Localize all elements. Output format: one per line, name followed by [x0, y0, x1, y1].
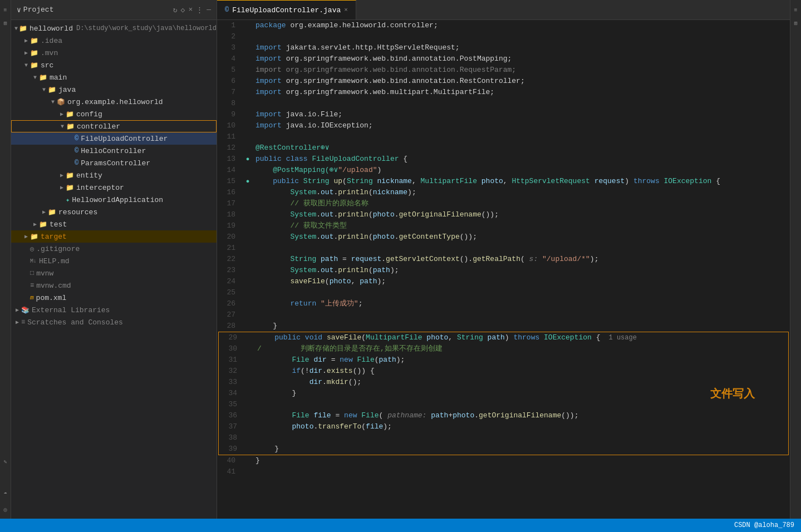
code-line-6: 6 import org.springframework.web.bind.an… — [217, 76, 790, 87]
left-icon-cloud[interactable]: ☁ — [1, 487, 10, 496]
highlighted-code-block: 文件写入 29 public void saveFile(MultipartFi… — [218, 332, 789, 455]
line-content-36: File file = new File( pathname: path+pho… — [255, 410, 788, 421]
tree-item-resources[interactable]: ▶ 📁 resources — [11, 206, 217, 218]
line-number-13: 13 — [217, 154, 242, 165]
code-line-8: 8 — [217, 98, 790, 109]
line-number-25: 25 — [217, 287, 242, 298]
line-number-29: 29 — [219, 332, 244, 343]
tree-item-config[interactable]: ▶ 📁 config — [11, 108, 217, 120]
tree-item-scratches[interactable]: ▶ ≡ Scratches and Consoles — [11, 316, 217, 328]
line-number-40: 40 — [217, 455, 242, 466]
line-content-20: System.out.println(photo.getContentType(… — [253, 231, 790, 243]
tree-item-interceptor[interactable]: ▶ 📁 interceptor — [11, 181, 217, 194]
tree-item-src[interactable]: ▼ 📁 src — [11, 59, 217, 71]
tab-close-button[interactable]: × — [344, 7, 348, 13]
code-line-22: 22 String path = request.getServletConte… — [217, 254, 790, 265]
code-line-15: 15 ● public String up(String nickname, M… — [217, 176, 790, 187]
code-line-38: 38 — [219, 432, 788, 444]
right-icon-2[interactable]: ⊞ — [792, 19, 800, 28]
project-expand-arrow[interactable]: ∨ — [17, 6, 21, 14]
tree-item-helloworld-app[interactable]: ▶ ✦ HelloworldApplication — [11, 194, 217, 206]
line-number-9: 9 — [217, 109, 242, 120]
file-tab-active[interactable]: © FileUploadController.java × — [217, 0, 356, 19]
tree-item-controller[interactable]: ▼ 📁 controller — [11, 120, 217, 132]
line-number-36: 36 — [219, 410, 244, 421]
line-number-11: 11 — [217, 131, 242, 142]
code-line-13: 13 ● public class FileUploadController { — [217, 154, 790, 165]
code-line-4: 4 import org.springframework.web.bind.an… — [217, 53, 790, 65]
line-content-29: public void saveFile(MultipartFile photo… — [255, 332, 788, 343]
line-number-32: 32 — [219, 366, 244, 377]
line-number-30: 30 — [219, 343, 244, 354]
line-content-34: } — [255, 388, 788, 399]
code-line-27: 27 — [217, 309, 790, 321]
code-line-31: 31 File dir = new File(path); — [219, 354, 788, 366]
code-line-1: 1 package org.example.helloworld.control… — [217, 20, 790, 31]
tree-item-params-controller[interactable]: ▶ © ParamsController — [11, 157, 217, 169]
line-content-16: System.out.println(nickname); — [253, 187, 790, 198]
project-close-icon[interactable]: × — [188, 6, 193, 14]
tree-item-help-md[interactable]: ▶ M↓ HELP.md — [11, 255, 217, 267]
code-editor[interactable]: 1 package org.example.helloworld.control… — [217, 20, 790, 519]
line-number-41: 41 — [217, 466, 242, 477]
left-icon-circle[interactable]: ◎ — [1, 505, 10, 514]
tree-item-gitignore[interactable]: ▶ ◎ .gitignore — [11, 243, 217, 255]
right-icon-1[interactable]: ≡ — [792, 6, 800, 14]
code-line-29: 29 public void saveFile(MultipartFile ph… — [219, 332, 788, 343]
line-number-18: 18 — [217, 209, 242, 220]
tree-item-helloworld[interactable]: ▼ 📁 helloworld D:\study\work_study\java\… — [11, 22, 217, 35]
line-content-28: } — [253, 321, 790, 332]
tree-item-java[interactable]: ▼ 📁 java — [11, 83, 217, 96]
line-number-3: 3 — [217, 42, 242, 53]
tree-item-test[interactable]: ▶ 📁 test — [11, 218, 217, 230]
line-number-24: 24 — [217, 276, 242, 287]
code-line-40: 40 } — [217, 455, 790, 466]
tab-bar: © FileUploadController.java × — [217, 0, 790, 20]
line-content-14: @PostMapping(⊕∨"/upload") — [253, 165, 790, 176]
line-content-30: / 判断存储的目录是否存在,如果不存在则创建 — [255, 343, 788, 354]
tree-item-target[interactable]: ▶ 📁 target — [11, 230, 217, 243]
project-locate-icon[interactable]: ◇ — [181, 6, 185, 14]
code-line-39: 39 } — [219, 444, 788, 455]
tree-item-file-upload-controller[interactable]: ▶ © FileUploadController — [11, 132, 217, 145]
code-line-9: 9 import java.io.File; — [217, 109, 790, 120]
line-number-37: 37 — [219, 421, 244, 432]
tree-item-entity[interactable]: ▶ 📁 entity — [11, 169, 217, 181]
tree-item-external-libs[interactable]: ▶ 📚 External Libraries — [11, 304, 217, 316]
code-line-25: 25 — [217, 287, 790, 298]
code-line-23: 23 System.out.println(path); — [217, 265, 790, 276]
tree-item-mvn[interactable]: ▶ 📁 .mvn — [11, 47, 217, 59]
tree-item-hello-controller[interactable]: ▶ © HelloController — [11, 145, 217, 157]
project-menu-icon[interactable]: ⋮ — [196, 6, 203, 14]
line-number-15: 15 — [217, 176, 242, 187]
code-line-18: 18 System.out.println(photo.getOriginalF… — [217, 209, 790, 220]
code-line-41: 41 — [217, 466, 790, 477]
line-number-5: 5 — [217, 65, 242, 76]
tab-file-icon: © — [225, 6, 229, 14]
line-content-39: } — [255, 444, 788, 455]
tree-item-pom-xml[interactable]: ▶ m pom.xml — [11, 292, 217, 304]
annotation-label: 文件写入 — [710, 386, 755, 401]
tab-filename: FileUploadController.java — [232, 6, 341, 14]
tree-item-mvnw[interactable]: ▶ □ mvnw — [11, 267, 217, 279]
code-line-5: 5 import org.springframework.web.bind.an… — [217, 65, 790, 76]
line-content-3: import jakarta.servlet.http.HttpServletR… — [253, 42, 790, 53]
line-content-31: File dir = new File(path); — [255, 354, 788, 366]
tree-item-idea[interactable]: ▶ 📁 .idea — [11, 35, 217, 47]
code-line-24: 24 saveFile(photo, path); — [217, 276, 790, 287]
left-icon-structure[interactable]: ≡ — [1, 6, 10, 14]
project-panel: ∨ Project ↻ ◇ × ⋮ — ▼ 📁 helloworld D:\st… — [11, 0, 217, 519]
line-number-8: 8 — [217, 98, 242, 109]
code-line-34: 34 } — [219, 388, 788, 399]
line-content-10: import java.io.IOException; — [253, 120, 790, 131]
project-minimize-icon[interactable]: — — [207, 6, 211, 14]
tree-item-mvnw-cmd[interactable]: ▶ ≡ mvnw.cmd — [11, 279, 217, 292]
left-icon-bookmarks[interactable]: ⊞ — [1, 19, 10, 28]
tree-item-org-example[interactable]: ▼ 📦 org.example.helloworld — [11, 96, 217, 108]
project-refresh-icon[interactable]: ↻ — [173, 6, 178, 14]
line-content-37: photo.transferTo(file); — [255, 421, 788, 432]
line-content-4: import org.springframework.web.bind.anno… — [253, 53, 790, 65]
tree-item-main[interactable]: ▼ 📁 main — [11, 71, 217, 83]
left-icon-pencil[interactable]: ✎ — [1, 457, 10, 466]
line-number-14: 14 — [217, 165, 242, 176]
